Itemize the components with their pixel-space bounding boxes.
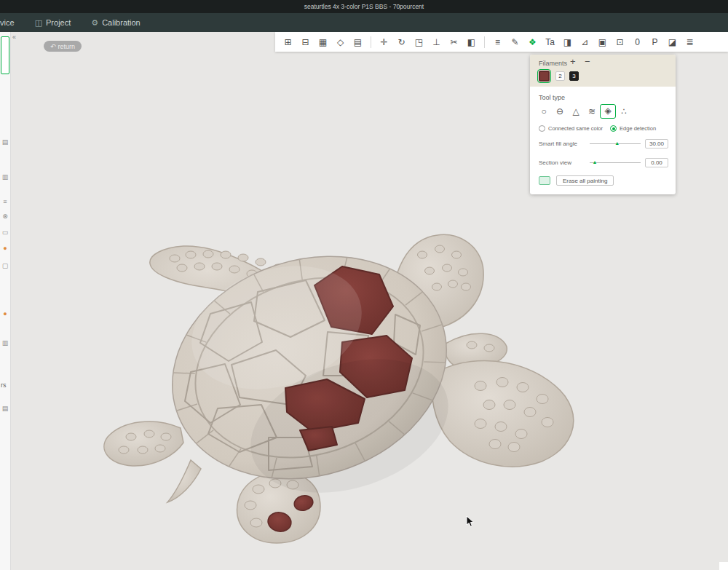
menu-item-calibration[interactable]: ⚙ Calibration [81,13,150,32]
add-filament-button[interactable]: + [570,56,576,67]
radio-edge-detection-label: Edge detection [620,125,656,132]
window-title: seaturtles 4x 3-color P1S BBS - 70pource… [304,3,424,10]
add-plate-icon[interactable]: ⊟ [298,35,312,49]
toolbar-separator [371,36,371,48]
sidebar-collapse-icon[interactable]: « [12,33,16,41]
tool-triangle-icon[interactable]: △ [568,104,584,119]
close-circle-icon[interactable]: ⊗ [0,213,10,220]
project-icon: ◫ [35,18,42,28]
tool-circle-icon[interactable]: ○ [536,104,552,119]
smart-fill-angle-value[interactable] [645,139,668,149]
return-button[interactable]: ↶ return [44,41,82,52]
auto-orient-icon[interactable]: ◇ [333,35,347,49]
section-view-value[interactable] [645,158,668,167]
color-painting-icon[interactable]: ❖ [526,35,539,49]
support-painting-icon[interactable]: ✎ [508,35,522,49]
arrange-icon[interactable]: ▦ [316,35,330,49]
title-bar: seaturtles 4x 3-color P1S BBS - 70pource… [0,0,728,13]
rotate-icon[interactable]: ↻ [395,35,408,49]
fill-options-row: Connected same color Edge detection [539,125,673,132]
menu-bar: Device ◫ Project ⚙ Calibration [0,13,728,32]
filaments-section: Filaments + − 2 3 [530,55,676,87]
section-view-label: Section view [539,159,585,166]
filament-swatch-2[interactable]: 2 [555,71,565,81]
text-tool-icon[interactable]: Ta [543,35,557,49]
return-button-label: return [58,43,76,50]
radio-connected-same-color-label: Connected same color [548,125,603,132]
erase-row: Erase all painting [539,175,614,186]
sidebar-active-tool-box[interactable] [1,36,9,74]
tool-gap-fill-icon[interactable]: ∴ [616,104,632,119]
split-icon[interactable]: ▤ [351,35,365,49]
section-view-slider[interactable]: ▲ [590,162,641,163]
add-icon[interactable]: ⊞ [281,35,295,49]
erase-tool-icon[interactable] [539,176,550,185]
menu-item-device[interactable]: Device [0,13,25,32]
app-window: seaturtles 4x 3-color P1S BBS - 70pource… [0,0,728,570]
section-frame-icon[interactable]: ⊡ [613,35,627,49]
parameter-icon[interactable]: P [648,35,662,49]
status-warning-icon[interactable]: ● [0,245,10,252]
move-icon[interactable]: ✛ [377,35,391,49]
radio-edge-detection[interactable] [610,125,617,132]
objects-list-icon[interactable]: ▥ [0,173,10,181]
params-icon[interactable]: ≡ [0,198,10,205]
cut-icon[interactable]: ✂ [447,35,461,49]
left-sidebar: ▤ ▥ ≡ ⊗ ▭ ● ▢ ● ▥ rs ▤ [0,32,11,570]
tool-type-label: Tool type [539,94,565,101]
slider-marker[interactable]: ▲ [593,159,598,165]
scale-icon[interactable]: ◳ [412,35,426,49]
tool-height-range-icon[interactable]: ≋ [584,104,600,119]
toolbar-separator [484,36,485,48]
panel-icon[interactable]: ▭ [0,229,10,236]
viewport-corner [719,562,728,570]
grid-icon[interactable]: ▤ [0,405,10,412]
radio-connected-same-color[interactable] [539,125,545,132]
menu-item-project-label: Project [46,18,71,27]
tool-sphere-icon[interactable]: ⊖ [552,104,568,119]
sidebar-clipped-text: rs [1,381,7,389]
box-icon[interactable]: ▢ [0,262,10,269]
filaments-label: Filaments [539,60,567,67]
smart-fill-angle-label: Smart fill angle [539,140,585,147]
slider-marker[interactable]: ▲ [614,140,620,146]
mesh-boolean-icon[interactable]: ◧ [464,35,478,49]
assembly-view-icon[interactable]: ▣ [596,35,609,49]
color-painting-panel: Filaments + − 2 3 Tool type ○ ⊖ △ ≋ ◈ ∴ … [530,55,676,194]
erase-all-painting-button[interactable]: Erase all painting [556,175,614,186]
tool-type-row: ○ ⊖ △ ≋ ◈ ∴ [536,103,632,120]
menu-item-project[interactable]: ◫ Project [25,13,82,32]
section-view-row: Section view ▲ [539,157,668,167]
smart-fill-angle-row: Smart fill angle ▲ [539,138,668,149]
turtle-model [104,222,574,543]
menu-item-device-label: Device [0,18,15,27]
seam-painting-icon[interactable]: ◨ [561,35,574,49]
list-icon[interactable]: ▥ [0,339,10,347]
tool-fill-icon[interactable]: ◈ [600,104,616,119]
filament-swatch-3[interactable]: 3 [569,71,579,81]
variable-layer-height-icon[interactable]: ≡ [491,35,505,49]
timelapse-icon[interactable]: 0 [630,35,644,49]
filament-swatch-1-selected[interactable] [539,71,550,82]
eraser-icon[interactable]: ◪ [665,35,679,49]
place-on-face-icon[interactable]: ⊥ [430,35,443,49]
toolbar-menu-icon[interactable]: ≣ [683,35,697,49]
gear-icon: ⚙ [91,18,98,28]
status-warning-icon-2[interactable]: ● [0,310,10,317]
menu-item-calibration-label: Calibration [102,18,141,27]
undo-icon: ↶ [50,43,56,50]
smart-fill-angle-slider[interactable]: ▲ [590,143,641,144]
measure-icon[interactable]: ⊿ [578,35,592,49]
main-toolbar: ⊞ ⊟ ▦ ◇ ▤ ✛ ↻ ◳ ⊥ ✂ ◧ ≡ ✎ ❖ Ta ◨ ⊿ ▣ ⊡ 0… [275,32,728,52]
remove-filament-button[interactable]: − [585,56,590,67]
plate-icon[interactable]: ▤ [0,138,10,146]
